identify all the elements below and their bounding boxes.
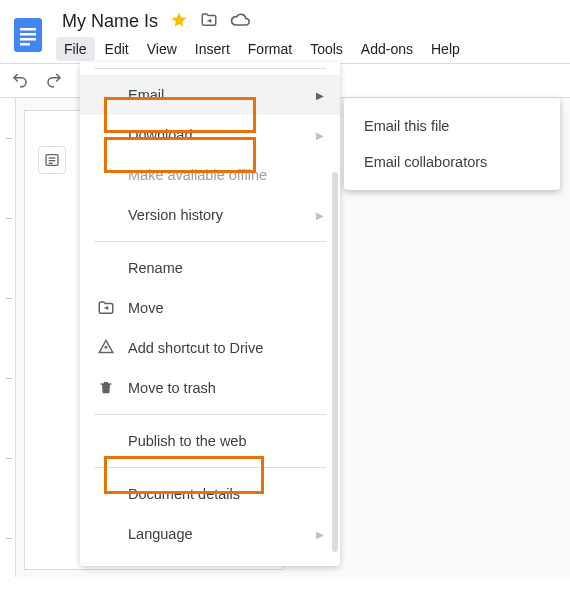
menuitem-publish-to-web[interactable]: Publish to the web <box>80 421 340 461</box>
email-submenu: Email this file Email collaborators <box>344 98 560 190</box>
menu-edit[interactable]: Edit <box>97 37 137 61</box>
menuitem-label: Document details <box>128 486 240 502</box>
menuitem-label: Download <box>128 127 193 143</box>
menuitem-label: Email <box>128 87 164 103</box>
submenu-email-this-file[interactable]: Email this file <box>344 108 560 144</box>
move-folder-icon[interactable] <box>200 11 218 32</box>
menubar: File Edit View Insert Format Tools Add-o… <box>56 35 562 61</box>
submenu-arrow-icon: ▶ <box>316 130 324 141</box>
document-title[interactable]: My Name Is <box>62 11 158 32</box>
vertical-ruler <box>0 98 16 577</box>
menu-tools[interactable]: Tools <box>302 37 351 61</box>
move-icon <box>94 299 118 317</box>
menuitem-language[interactable]: Language ▶ <box>80 514 340 554</box>
menu-help[interactable]: Help <box>423 37 468 61</box>
svg-rect-1 <box>20 28 36 31</box>
menu-view[interactable]: View <box>139 37 185 61</box>
trash-icon <box>94 380 118 396</box>
menu-insert[interactable]: Insert <box>187 37 238 61</box>
menuitem-label: Version history <box>128 207 223 223</box>
dropdown-scrollbar[interactable] <box>332 172 338 552</box>
star-icon[interactable] <box>170 11 188 32</box>
menuitem-move-to-trash[interactable]: Move to trash <box>80 368 340 408</box>
svg-rect-3 <box>20 38 36 41</box>
menu-file[interactable]: File <box>56 37 95 61</box>
submenu-email-collaborators[interactable]: Email collaborators <box>344 144 560 180</box>
menuitem-label: Rename <box>128 260 183 276</box>
cloud-status-icon[interactable] <box>230 10 250 33</box>
redo-icon[interactable] <box>44 70 64 90</box>
drive-shortcut-icon <box>94 339 118 357</box>
menuitem-make-available-offline: Make available offline <box>80 155 340 195</box>
svg-rect-2 <box>20 33 36 36</box>
menuitem-label: Move <box>128 300 163 316</box>
menuitem-add-shortcut[interactable]: Add shortcut to Drive <box>80 328 340 368</box>
file-menu-dropdown: Email ▶ Download ▶ Make available offlin… <box>80 62 340 566</box>
menuitem-rename[interactable]: Rename <box>80 248 340 288</box>
menu-addons[interactable]: Add-ons <box>353 37 421 61</box>
menuitem-email[interactable]: Email ▶ <box>80 75 340 115</box>
menuitem-label: Add shortcut to Drive <box>128 340 263 356</box>
docs-logo-icon[interactable] <box>8 14 48 54</box>
svg-rect-4 <box>20 43 30 46</box>
outline-toggle-button[interactable] <box>38 146 66 174</box>
menuitem-label: Language <box>128 526 193 542</box>
menuitem-label: Make available offline <box>128 167 267 183</box>
menuitem-document-details[interactable]: Document details <box>80 474 340 514</box>
submenu-arrow-icon: ▶ <box>316 529 324 540</box>
menuitem-move[interactable]: Move <box>80 288 340 328</box>
header: My Name Is File Edit View Insert Format … <box>0 0 570 61</box>
submenu-arrow-icon: ▶ <box>316 210 324 221</box>
submenu-label: Email this file <box>364 118 449 134</box>
menu-format[interactable]: Format <box>240 37 300 61</box>
menuitem-label: Move to trash <box>128 380 216 396</box>
undo-icon[interactable] <box>10 70 30 90</box>
menuitem-download[interactable]: Download ▶ <box>80 115 340 155</box>
submenu-label: Email collaborators <box>364 154 487 170</box>
submenu-arrow-icon: ▶ <box>316 90 324 101</box>
menuitem-version-history[interactable]: Version history ▶ <box>80 195 340 235</box>
menuitem-label: Publish to the web <box>128 433 247 449</box>
